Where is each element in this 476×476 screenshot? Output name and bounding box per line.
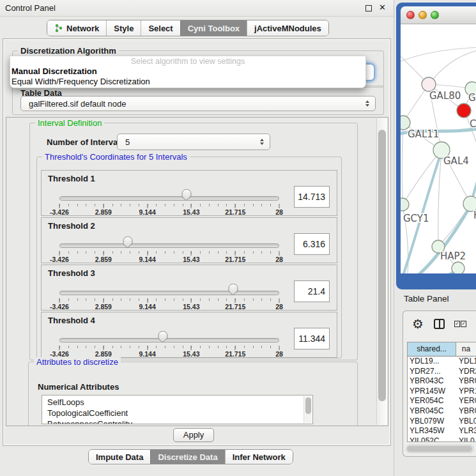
dropdown-option-equal-width[interactable]: Equal Width/Frequency Discretization bbox=[10, 77, 365, 87]
tab-label: Network bbox=[66, 24, 99, 33]
threshold-value-field[interactable]: 11.344 bbox=[294, 328, 330, 349]
attributes-list: SelfLoopsTopologicalCoefficientBetweenne… bbox=[42, 395, 313, 424]
table-panel-title: Table Panel bbox=[404, 294, 449, 303]
bottom-tab-bar: Impute Data Discretize Data Infer Networ… bbox=[88, 449, 293, 464]
threshold-slider[interactable]: -3.4262.8599.14415.4321.71528 bbox=[59, 188, 279, 217]
network-node[interactable] bbox=[457, 104, 471, 118]
tick-label: 28 bbox=[275, 208, 283, 216]
table-row[interactable]: YDL19...YDL1 bbox=[408, 357, 476, 367]
tab-infer-network[interactable]: Infer Network bbox=[225, 450, 293, 464]
select-columns-icon[interactable]: ✓ ✓ bbox=[454, 321, 466, 327]
tab-label: Impute Data bbox=[96, 452, 143, 462]
network-node[interactable] bbox=[452, 262, 464, 273]
slider-track[interactable] bbox=[59, 243, 279, 248]
slider-thumb[interactable] bbox=[158, 331, 167, 339]
threshold-value-field[interactable]: 21.4 bbox=[294, 280, 330, 302]
table-row[interactable]: YBR043CYBR0 bbox=[408, 376, 476, 387]
network-node[interactable] bbox=[422, 77, 436, 91]
tab-jactivemnodules[interactable]: jActiveMNodules bbox=[247, 20, 328, 36]
threshold-value-field[interactable]: 6.316 bbox=[294, 233, 330, 255]
float-window-icon[interactable] bbox=[365, 5, 372, 12]
tab-network[interactable]: Network bbox=[47, 20, 106, 36]
tab-style[interactable]: Style bbox=[106, 20, 141, 36]
attribute-item[interactable]: SelfLoops bbox=[42, 397, 312, 408]
close-icon[interactable]: ✕ bbox=[379, 3, 386, 12]
checkbox-icon: ✓ bbox=[454, 321, 460, 327]
slider-thumb[interactable] bbox=[123, 236, 132, 245]
tick-label: 21.715 bbox=[225, 256, 245, 263]
slider-ticks bbox=[59, 251, 279, 256]
slider-track[interactable] bbox=[59, 338, 279, 342]
threshold-slider[interactable]: -3.4262.8599.14415.4321.71528 bbox=[59, 283, 279, 311]
tick-label: -3.426 bbox=[50, 256, 69, 263]
column-header-name[interactable]: na bbox=[456, 342, 476, 356]
threshold-panel-2: Threshold 2 -3.4262.8599.14415.4321.7152… bbox=[41, 217, 337, 263]
tick-label: -3.426 bbox=[50, 208, 69, 216]
list-scrollbar[interactable] bbox=[303, 396, 312, 423]
node-label: GAL80 bbox=[429, 90, 461, 102]
table-row[interactable]: YIL052CYIL0 bbox=[408, 436, 476, 442]
attributes-group-title: Attributes to discretize bbox=[34, 357, 121, 367]
node-label: GAL11 bbox=[408, 128, 439, 140]
threshold-value-field[interactable]: 14.713 bbox=[294, 186, 330, 208]
combo-arrows-icon bbox=[260, 139, 264, 145]
slider-ticks bbox=[59, 204, 279, 208]
threshold-slider[interactable]: -3.4262.8599.14415.4321.71528 bbox=[59, 330, 279, 358]
tick-label: 9.144 bbox=[139, 350, 155, 358]
apply-button[interactable]: Apply bbox=[173, 428, 214, 442]
horizontal-scrollbar[interactable] bbox=[406, 445, 474, 453]
table-row[interactable]: YBL079WYBL0 bbox=[408, 417, 476, 427]
slider-track[interactable] bbox=[59, 196, 279, 201]
table-row[interactable]: YPR145WYPR1 bbox=[408, 387, 476, 397]
table-row[interactable]: YLR345WYLR3 bbox=[408, 426, 476, 436]
traffic-light-minimize-icon[interactable] bbox=[418, 11, 427, 19]
table-header: shared... na bbox=[408, 342, 476, 357]
tab-label: Infer Network bbox=[233, 452, 286, 462]
traffic-light-zoom-icon[interactable] bbox=[431, 11, 439, 19]
column-layout-icon[interactable] bbox=[434, 319, 445, 329]
network-node[interactable] bbox=[401, 198, 409, 211]
threshold-slider[interactable]: -3.4262.8599.14415.4321.71528 bbox=[59, 236, 279, 264]
tab-select[interactable]: Select bbox=[141, 20, 180, 36]
numerical-attributes-label: Numerical Attributes bbox=[38, 382, 119, 392]
tab-label: jActiveMNodules bbox=[254, 24, 321, 33]
tick-label: 28 bbox=[275, 256, 283, 263]
traffic-light-close-icon[interactable] bbox=[406, 11, 415, 19]
slider-tick-labels: -3.4262.8599.14415.4321.71528 bbox=[59, 208, 279, 217]
table-panel: ⚙ ✓ ✓ shared... na YDL19...YDL1YDR27...Y… bbox=[403, 311, 476, 457]
table-data-select[interactable]: galFiltered.sif default node bbox=[20, 96, 376, 111]
slider-thumb[interactable] bbox=[181, 189, 191, 197]
tab-discretize-data[interactable]: Discretize Data bbox=[150, 450, 224, 464]
tab-cyni-toolbox[interactable]: Cyni Toolbox bbox=[180, 20, 247, 36]
num-intervals-select[interactable]: 5 bbox=[117, 134, 270, 150]
attribute-item[interactable]: BetweennessCentrality bbox=[42, 418, 312, 424]
network-canvas[interactable]: GAL80GACGAL11GAL4GCY1HHAP2 bbox=[401, 24, 476, 273]
node-label: HAP2 bbox=[440, 250, 466, 262]
table-row[interactable]: YDR27...YDR2 bbox=[408, 367, 476, 377]
threshold-label: Threshold 1 bbox=[48, 174, 95, 183]
dropdown-option-manual[interactable]: Manual Discretization bbox=[10, 66, 365, 77]
tick-label: 9.144 bbox=[139, 256, 155, 263]
tick-label: 21.715 bbox=[225, 303, 245, 311]
slider-thumb[interactable] bbox=[228, 284, 238, 292]
num-intervals-value: 5 bbox=[118, 137, 260, 147]
node-label: H bbox=[473, 210, 476, 221]
dropdown-hint-item[interactable]: Select algorithm to view settings bbox=[10, 56, 365, 66]
table-row[interactable]: YER054CYER0 bbox=[408, 396, 476, 406]
network-view-window[interactable]: GAL80GACGAL11GAL4GCY1HHAP2 bbox=[396, 3, 476, 289]
gear-icon[interactable]: ⚙ bbox=[412, 316, 424, 332]
column-header-shared-name[interactable]: shared... bbox=[408, 342, 456, 356]
tick-label: 9.144 bbox=[139, 208, 155, 216]
combo-arrows-icon bbox=[365, 100, 369, 107]
tick-label: -3.426 bbox=[50, 303, 69, 311]
network-node[interactable] bbox=[401, 116, 410, 130]
vertical-scrollbar[interactable] bbox=[376, 118, 387, 425]
table-row[interactable]: YBR045CYBR0 bbox=[408, 406, 476, 417]
tick-label: 9.144 bbox=[139, 303, 155, 311]
attribute-item[interactable]: TopologicalCoefficient bbox=[42, 408, 312, 418]
threshold-panel-3: Threshold 3 -3.4262.8599.14415.4321.7152… bbox=[41, 265, 337, 311]
slider-ticks bbox=[59, 346, 279, 350]
slider-track[interactable] bbox=[59, 291, 279, 295]
slider-tick-labels: -3.4262.8599.14415.4321.71528 bbox=[59, 256, 279, 264]
tab-impute-data[interactable]: Impute Data bbox=[89, 450, 150, 464]
